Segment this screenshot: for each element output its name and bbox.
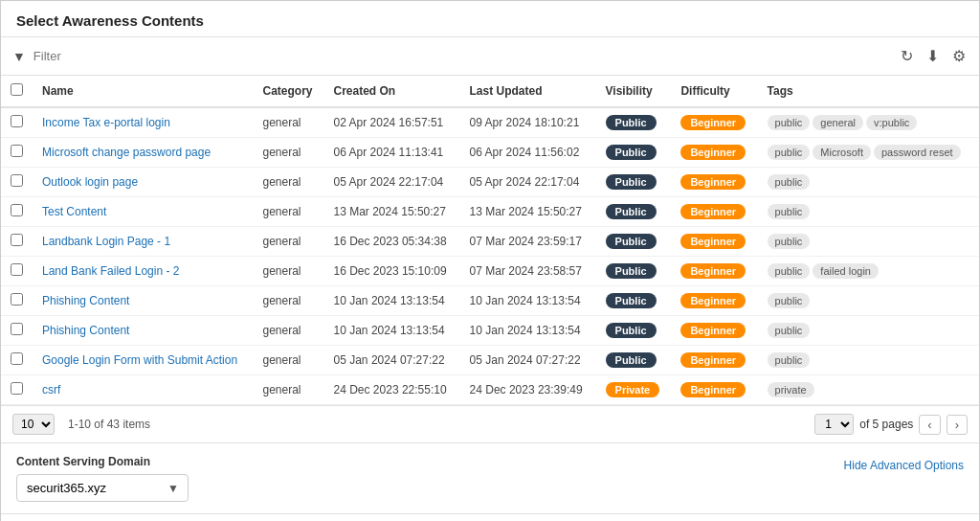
row-name-cell: Google Login Form with Submit Action	[33, 346, 253, 375]
select-all-checkbox[interactable]	[11, 83, 23, 96]
row-checkbox[interactable]	[11, 263, 23, 276]
visibility-badge: Public	[606, 115, 657, 130]
prev-page-button[interactable]: ‹	[919, 415, 940, 435]
visibility-badge: Public	[606, 174, 657, 190]
row-tags-cell: publicfailed login	[758, 257, 979, 286]
row-category-cell: general	[253, 375, 323, 405]
row-difficulty-cell: Beginner	[671, 257, 757, 286]
content-domain-label: Content Serving Domain	[16, 455, 189, 468]
row-name-link[interactable]: Outlook login page	[42, 175, 138, 189]
row-last-updated-cell: 24 Dec 2023 23:39:49	[460, 375, 596, 405]
row-name-link[interactable]: Income Tax e-portal login	[42, 116, 170, 129]
row-name-cell: Landbank Login Page - 1	[33, 227, 253, 257]
bottom-section: Content Serving Domain securit365.xyz ▼ …	[1, 442, 979, 513]
row-tags-cell: public	[758, 168, 979, 197]
row-checkbox-cell	[1, 286, 33, 316]
row-created-on-cell: 05 Apr 2024 22:17:04	[324, 168, 460, 197]
row-name-link[interactable]: Test Content	[42, 205, 106, 218]
row-name-link[interactable]: csrf	[42, 383, 60, 396]
difficulty-badge: Beginner	[680, 115, 746, 130]
row-category-cell: general	[253, 257, 323, 286]
row-name-link[interactable]: Phishing Content	[42, 324, 129, 337]
difficulty-badge: Beginner	[680, 382, 746, 397]
row-visibility-cell: Public	[596, 286, 672, 316]
row-checkbox[interactable]	[11, 323, 23, 335]
tag: private	[768, 382, 814, 397]
filter-input[interactable]	[33, 49, 891, 63]
difficulty-badge: Beginner	[680, 293, 746, 308]
hide-advanced-options-link[interactable]: Hide Advanced Options	[844, 459, 964, 472]
row-name-link[interactable]: Landbank Login Page - 1	[42, 235, 170, 248]
filter-bar: ▼ ↻ ⬇ ⚙	[1, 37, 979, 76]
difficulty-badge: Beginner	[680, 174, 746, 190]
name-column-header: Name	[33, 76, 253, 107]
table-container: Name Category Created On Last Updated Vi…	[1, 76, 979, 405]
row-difficulty-cell: Beginner	[671, 138, 757, 168]
row-checkbox-cell	[1, 168, 33, 197]
row-name-link[interactable]: Land Bank Failed Login - 2	[42, 264, 179, 278]
row-visibility-cell: Public	[596, 316, 672, 346]
row-last-updated-cell: 06 Apr 2024 11:56:02	[460, 138, 596, 168]
domain-select[interactable]: securit365.xyz	[16, 474, 189, 502]
row-category-cell: general	[253, 138, 323, 168]
visibility-badge: Public	[606, 323, 657, 338]
last-updated-column-header: Last Updated	[460, 76, 596, 107]
row-difficulty-cell: Beginner	[671, 316, 757, 346]
row-created-on-cell: 16 Dec 2023 05:34:38	[324, 227, 460, 257]
row-name-cell: Land Bank Failed Login - 2	[33, 257, 253, 286]
table-row: Outlook login pagegeneral05 Apr 2024 22:…	[1, 168, 979, 197]
row-checkbox[interactable]	[11, 352, 23, 365]
table-row: Phishing Contentgeneral10 Jan 2024 13:13…	[1, 316, 979, 346]
row-checkbox[interactable]	[11, 382, 23, 395]
row-checkbox-cell	[1, 257, 33, 286]
row-name-link[interactable]: Microsoft change password page	[42, 146, 211, 159]
row-difficulty-cell: Beginner	[671, 197, 757, 227]
row-created-on-cell: 24 Dec 2023 22:55:10	[324, 375, 460, 405]
row-name-link[interactable]: Phishing Content	[42, 294, 129, 307]
tag: general	[813, 115, 863, 130]
visibility-badge: Public	[606, 263, 657, 279]
download-button[interactable]: ⬇	[924, 45, 941, 67]
row-checkbox[interactable]	[11, 204, 23, 216]
row-difficulty-cell: Beginner	[671, 375, 757, 405]
row-created-on-cell: 10 Jan 2024 13:13:54	[324, 316, 460, 346]
visibility-badge: Public	[606, 352, 657, 368]
tag: v:public	[866, 115, 917, 130]
row-created-on-cell: 16 Dec 2023 15:10:09	[324, 257, 460, 286]
tags-column-header: Tags	[758, 76, 979, 107]
settings-button[interactable]: ⚙	[950, 45, 968, 67]
row-checkbox[interactable]	[11, 293, 23, 306]
created-on-column-header: Created On	[324, 76, 460, 107]
next-page-button[interactable]: ›	[947, 415, 968, 435]
row-category-cell: general	[253, 197, 323, 227]
tag: public	[768, 323, 811, 338]
row-visibility-cell: Public	[596, 197, 672, 227]
row-tags-cell: public	[758, 346, 979, 375]
page-number-dropdown[interactable]: 12345	[814, 414, 854, 435]
per-page-select: 10 25 50	[12, 414, 55, 435]
visibility-badge: Public	[606, 234, 657, 249]
row-checkbox[interactable]	[11, 145, 23, 157]
refresh-button[interactable]: ↻	[899, 45, 915, 67]
pagination-right: 12345 of 5 pages ‹ ›	[814, 414, 968, 435]
row-checkbox[interactable]	[11, 234, 23, 246]
row-name-cell: Phishing Content	[33, 316, 253, 346]
row-tags-cell: public	[758, 316, 979, 346]
row-visibility-cell: Public	[596, 107, 672, 138]
row-difficulty-cell: Beginner	[671, 168, 757, 197]
row-created-on-cell: 02 Apr 2024 16:57:51	[324, 107, 460, 138]
tag: failed login	[813, 263, 879, 279]
row-name-link[interactable]: Google Login Form with Submit Action	[42, 353, 237, 367]
row-created-on-cell: 05 Jan 2024 07:27:22	[324, 346, 460, 375]
row-category-cell: general	[253, 168, 323, 197]
row-visibility-cell: Public	[596, 168, 672, 197]
visibility-badge: Public	[606, 293, 657, 308]
row-checkbox[interactable]	[11, 174, 23, 187]
per-page-dropdown[interactable]: 10 25 50	[12, 414, 55, 435]
difficulty-badge: Beginner	[680, 352, 746, 368]
row-difficulty-cell: Beginner	[671, 107, 757, 138]
table-row: Phishing Contentgeneral10 Jan 2024 13:13…	[1, 286, 979, 316]
table-row: Income Tax e-portal logingeneral02 Apr 2…	[1, 107, 979, 138]
select-all-header[interactable]	[1, 76, 33, 107]
row-checkbox[interactable]	[11, 115, 23, 127]
